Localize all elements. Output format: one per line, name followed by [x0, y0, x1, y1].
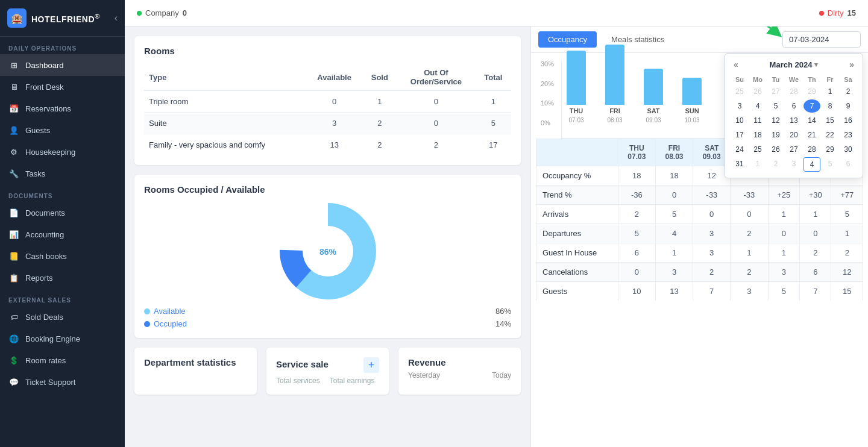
stat-c7: 12 [831, 263, 863, 282]
stat-c7: 5 [831, 205, 863, 224]
cal-sun-header: Su [731, 74, 748, 85]
stat-sat: 0 [693, 205, 731, 224]
housekeeping-label: Housekeeping [25, 148, 75, 157]
calendar-day: 3 [785, 157, 802, 172]
bar-fri-date: 08.03 [607, 117, 622, 123]
calendar-day[interactable]: 19 [767, 128, 784, 142]
room-sold: 2 [362, 134, 397, 156]
sidebar-item-front-desk[interactable]: 🖥 Front Desk [0, 76, 125, 98]
calendar-day: 2 [767, 157, 784, 172]
calendar-day[interactable]: 3 [731, 99, 748, 113]
service-sale-title: Service sale [276, 359, 329, 369]
cal-prev[interactable]: « [731, 60, 741, 69]
calendar-day[interactable]: 24 [731, 143, 748, 156]
sidebar-item-guests[interactable]: 👤 Guests [0, 119, 125, 141]
service-sale-columns: Total services Total earnings [276, 377, 379, 385]
cal-dropdown-icon[interactable]: ▾ [814, 61, 818, 69]
stats-col-label [536, 139, 618, 166]
calendar-day[interactable]: 15 [822, 114, 838, 127]
sidebar-item-sold-deals[interactable]: 🏷 Sold Deals [0, 306, 125, 328]
calendar-day: 5 [822, 157, 838, 172]
add-service-button[interactable]: + [363, 357, 379, 373]
col-sold: Sold [362, 64, 397, 90]
sidebar-item-cash-books[interactable]: 📒 Cash books [0, 245, 125, 267]
tab-occupancy[interactable]: Occupancy [538, 31, 597, 48]
calendar-day[interactable]: 22 [822, 128, 838, 142]
stat-c6: 1 [800, 205, 831, 224]
bar-fri-day: FRI [609, 107, 620, 114]
calendar-day[interactable]: 21 [804, 128, 820, 142]
reservations-label: Reservations [25, 104, 71, 113]
calendar-day[interactable]: 25 [749, 143, 766, 156]
calendar-day[interactable]: 11 [749, 114, 766, 127]
sidebar-item-accounting[interactable]: 📊 Accounting [0, 224, 125, 245]
sidebar-item-room-rates[interactable]: 💲 Room rates [0, 349, 125, 371]
calendar-day[interactable]: 10 [731, 114, 748, 127]
stat-sat: 7 [693, 282, 731, 301]
pie-container: 86% Available 86% [144, 203, 511, 328]
calendar-day[interactable]: 7 [804, 99, 820, 113]
dirty-dot [819, 11, 824, 16]
sidebar-item-housekeeping[interactable]: ⚙ Housekeeping [0, 141, 125, 163]
available-pct: 86% [495, 307, 511, 316]
tasks-label: Tasks [25, 169, 45, 178]
calendar-day[interactable]: 29 [822, 143, 838, 156]
calendar-day[interactable]: 16 [840, 114, 857, 127]
sidebar-item-booking-engine[interactable]: 🌐 Booking Engine [0, 328, 125, 349]
stat-c5: 1 [768, 243, 799, 263]
sidebar-toggle-icon[interactable]: ‹ [115, 13, 118, 23]
housekeeping-icon: ⚙ [8, 146, 19, 157]
calendar-day[interactable]: 18 [749, 128, 766, 142]
sidebar-item-reports[interactable]: 📋 Reports [0, 267, 125, 289]
calendar-day: 6 [840, 157, 857, 172]
calendar-icon: 📅 [8, 103, 19, 114]
room-sold: 2 [362, 113, 397, 134]
calendar-day[interactable]: 4 [749, 99, 766, 113]
date-input[interactable] [782, 31, 861, 48]
calendar-day[interactable]: 2 [840, 85, 857, 98]
calendar-day[interactable]: 17 [731, 128, 748, 142]
calendar-day: 28 [785, 85, 802, 98]
sidebar-item-documents[interactable]: 📄 Documents [0, 202, 125, 224]
stat-c5: 5 [768, 282, 799, 301]
calendar-day[interactable]: 31 [731, 157, 748, 172]
calendar-day[interactable]: 27 [785, 143, 802, 156]
calendar-day[interactable]: 4 [804, 157, 820, 172]
calendar-day: 26 [749, 85, 766, 98]
calendar-day[interactable]: 20 [785, 128, 802, 142]
bar-sun-rect [682, 78, 702, 105]
calendar-day[interactable]: 30 [840, 143, 857, 156]
stat-fri: 5 [655, 205, 693, 224]
rooms-row: Suite 3 2 0 5 [144, 113, 511, 134]
sidebar-item-tasks[interactable]: 🔧 Tasks [0, 163, 125, 184]
calendar-day[interactable]: 26 [767, 143, 784, 156]
room-out-of-order: 0 [397, 113, 475, 134]
calendar-day[interactable]: 23 [840, 128, 857, 142]
calendar-day[interactable]: 6 [785, 99, 802, 113]
occupied-pct: 14% [495, 319, 511, 328]
stat-c5: 0 [768, 224, 799, 243]
sidebar-item-reservations[interactable]: 📅 Reservations [0, 98, 125, 119]
cal-next[interactable]: » [847, 60, 857, 69]
calendar-day[interactable]: 5 [767, 99, 784, 113]
calendar-day[interactable]: 9 [840, 99, 857, 113]
revenue-card: Revenue Yesterday Today [398, 348, 521, 395]
sidebar-item-dashboard[interactable]: ⊞ Dashboard [0, 54, 125, 76]
reports-label: Reports [25, 274, 53, 283]
sidebar-item-ticket-support[interactable]: 💬 Ticket Support [0, 371, 125, 393]
calendar-day[interactable]: 13 [785, 114, 802, 127]
calendar-day[interactable]: 1 [822, 85, 838, 98]
cal-wed-header: We [785, 74, 802, 85]
company-dot [137, 11, 142, 16]
daily-operations-section: DAILY OPERATIONS ⊞ Dashboard 🖥 Front Des… [0, 37, 125, 184]
calendar-day[interactable]: 12 [767, 114, 784, 127]
calendar-day[interactable]: 8 [822, 99, 838, 113]
stat-thu: 18 [618, 166, 655, 186]
external-sales-label: EXTERNAL SALES [0, 289, 125, 306]
room-out-of-order: 0 [397, 90, 475, 113]
cal-day-headers: Su Mo Tu We Th Fr Sa [731, 74, 857, 85]
globe-icon: 🌐 [8, 333, 19, 344]
calendar-day[interactable]: 14 [804, 114, 820, 127]
cash-books-label: Cash books [25, 252, 67, 261]
calendar-day[interactable]: 28 [804, 143, 820, 156]
